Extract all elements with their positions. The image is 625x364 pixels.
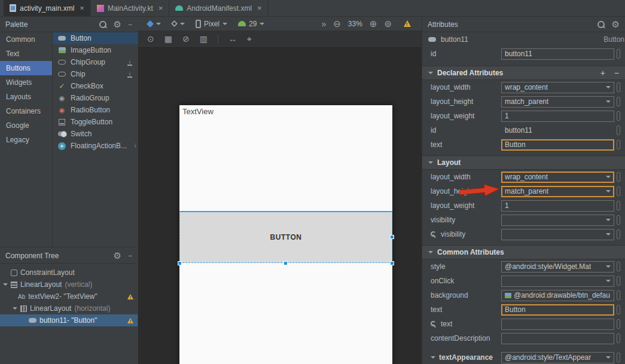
resource-picker-button[interactable] [617, 140, 620, 149]
palette-item-switch[interactable]: Switch [53, 128, 138, 140]
resource-picker-button[interactable] [617, 262, 620, 271]
zoom-to-fit-button[interactable]: ⊚ [384, 19, 392, 28]
resource-picker-button[interactable] [617, 230, 620, 239]
resource-picker-button[interactable] [617, 49, 620, 59]
palette-category-buttons[interactable]: Buttons [0, 61, 52, 75]
default-margins-icon[interactable]: ▥ [200, 35, 208, 43]
resource-picker-button[interactable] [617, 305, 620, 314]
tools-visibility-dropdown[interactable] [501, 229, 614, 240]
tree-item-constraintlayout[interactable]: ConstraintLayout [0, 267, 138, 279]
close-icon[interactable]: × [80, 4, 84, 12]
visibility-dropdown[interactable] [501, 215, 614, 226]
overflow-chevron-icon[interactable]: » [321, 20, 326, 28]
tree-item-linearlayout-horizontal[interactable]: LinearLayout (horizontal) [0, 302, 138, 314]
close-icon[interactable]: × [158, 4, 163, 12]
resource-picker-button[interactable] [617, 319, 620, 329]
tree-item-textview2[interactable]: Ab textView2- "TextView" [0, 290, 138, 302]
search-icon[interactable] [98, 20, 107, 29]
remove-attribute-button[interactable]: − [614, 68, 619, 78]
text-field[interactable]: Button [501, 304, 614, 316]
tools-text-field[interactable] [501, 319, 614, 330]
minimize-icon[interactable]: − [128, 252, 132, 259]
tab-androidmanifest-xml[interactable]: AndroidManifest.xml × [169, 0, 268, 16]
section-layout[interactable]: Layout [422, 155, 625, 170]
layout-weight-field[interactable]: 1 [501, 200, 614, 212]
tree-item-linearlayout-vertical[interactable]: LinearLayout (vertical) [0, 279, 138, 290]
add-attribute-button[interactable]: + [600, 68, 605, 78]
onclick-dropdown[interactable] [501, 276, 614, 287]
palette-category-google[interactable]: Google [0, 118, 52, 133]
palette-category-common[interactable]: Common [0, 32, 52, 47]
palette-item-togglebutton[interactable]: ToggleButton [53, 116, 138, 128]
palette-category-legacy[interactable]: Legacy [0, 133, 52, 147]
id-value[interactable]: button11 [501, 125, 614, 136]
resource-picker-button[interactable] [617, 201, 620, 210]
palette-item-imagebutton[interactable]: ImageButton [53, 44, 138, 56]
zoom-out-button[interactable]: ⊖ [333, 19, 341, 28]
resource-picker-button[interactable] [617, 186, 620, 196]
palette-item-button[interactable]: Button [53, 32, 138, 44]
tab-activity-main-xml[interactable]: activity_main.xml × [4, 0, 91, 16]
background-field[interactable]: @android:drawable/btn_defau [501, 290, 614, 301]
resource-picker-button[interactable] [617, 82, 620, 92]
style-dropdown[interactable]: @android:style/Widget.Mat [501, 261, 614, 273]
canvas-textview[interactable]: TextView [182, 107, 214, 116]
resize-handle-right[interactable] [390, 235, 394, 239]
search-icon[interactable] [596, 20, 605, 29]
api-selector[interactable]: 29 [234, 20, 269, 28]
palette-category-text[interactable]: Text [0, 47, 52, 61]
resource-picker-button[interactable] [617, 126, 620, 135]
autoconnect-off-icon[interactable]: ⊘ [182, 35, 190, 43]
palette-item-checkbox[interactable]: CheckBox [53, 80, 138, 92]
palette-category-layouts[interactable]: Layouts [0, 90, 52, 104]
layout-width-dropdown[interactable]: wrap_content [501, 82, 614, 93]
section-declared-attributes[interactable]: Declared Attributes + − [422, 66, 625, 80]
warning-icon[interactable] [404, 20, 411, 27]
chevron-down-icon[interactable] [3, 283, 8, 286]
layout-weight-field[interactable]: 1 [501, 111, 614, 122]
zoom-in-button[interactable]: ⊕ [370, 19, 377, 28]
minimize-icon[interactable]: − [128, 21, 132, 28]
show-constraints-icon[interactable]: ▦ [164, 35, 172, 43]
resource-picker-button[interactable] [617, 353, 620, 362]
palette-item-chip[interactable]: Chip [53, 68, 138, 80]
palette-item-chipgroup[interactable]: ChipGroup [53, 56, 138, 68]
palette-category-containers[interactable]: Containers [0, 104, 52, 118]
textappearance-dropdown[interactable]: @android:style/TextAppear [501, 352, 614, 363]
download-icon[interactable] [127, 59, 133, 66]
chevron-down-icon[interactable] [13, 307, 17, 310]
gear-icon[interactable]: ⚙ [114, 251, 121, 260]
resize-handle-bottom-left[interactable] [178, 261, 182, 265]
resource-picker-button[interactable] [617, 290, 620, 300]
download-icon[interactable] [127, 71, 133, 78]
close-icon[interactable]: × [257, 4, 262, 12]
gear-icon[interactable]: ⚙ [114, 20, 121, 29]
view-options-icon[interactable]: ⊙ [147, 35, 154, 43]
resource-picker-button[interactable] [617, 97, 620, 106]
resource-picker-button[interactable] [617, 172, 620, 182]
layout-height-dropdown[interactable]: match_parent [501, 96, 614, 108]
gear-icon[interactable]: ⚙ [612, 20, 620, 29]
section-common-attributes[interactable]: Common Attributes [422, 245, 625, 259]
id-field[interactable]: button11 [501, 48, 614, 60]
palette-item-radiogroup[interactable]: RadioGroup [53, 92, 138, 104]
layout-width-dropdown[interactable]: wrap_content [501, 172, 614, 183]
layout-height-dropdown[interactable]: match_parent [501, 186, 614, 197]
device-selector[interactable]: Pixel [191, 20, 231, 28]
contentdescription-field[interactable] [501, 333, 614, 344]
resource-picker-button[interactable] [617, 111, 620, 121]
tab-mainactivity-kt[interactable]: MainActivity.kt × [91, 0, 169, 16]
chevron-down-icon[interactable] [431, 356, 435, 359]
tree-item-button11[interactable]: button11- "Button" [0, 314, 138, 326]
resize-handle-bottom[interactable] [283, 261, 288, 265]
infer-constraints-icon[interactable]: ⌖ [247, 35, 252, 43]
orientation-selector[interactable] [167, 21, 189, 26]
design-mode-selector[interactable] [143, 21, 165, 27]
text-field[interactable]: Button [501, 139, 614, 151]
resource-picker-button[interactable] [617, 276, 620, 286]
clear-constraints-icon[interactable]: ↔ [228, 35, 237, 43]
resource-picker-button[interactable] [617, 334, 620, 343]
resource-picker-button[interactable] [617, 215, 620, 225]
canvas-button[interactable]: BUTTON [179, 211, 392, 263]
resize-handle-bottom-right[interactable] [390, 261, 394, 265]
